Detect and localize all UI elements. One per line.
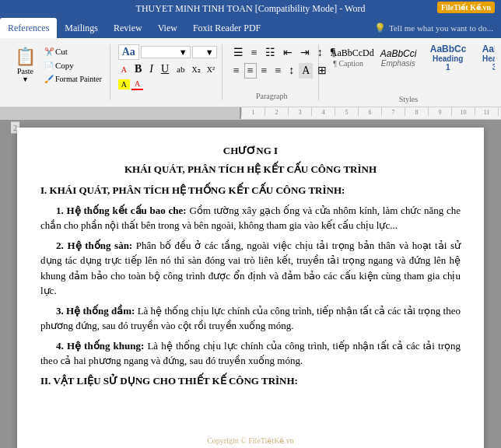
paragraph-controls: ☰ ≡ ☷ ⇤ ⇥ ↕ ¶ ≡ ≡ ≡ ≡ ↕ A ⊞ xyxy=(230,44,314,79)
font-size-dropdown[interactable]: ▼ xyxy=(205,47,214,57)
paste-dropdown-icon[interactable]: ▼ xyxy=(22,75,29,83)
paste-icon: 📋 xyxy=(15,47,36,67)
format-painter-label: Format Painter xyxy=(55,75,102,83)
paragraph-3: 3. Hệ thống dầm: Là hệ thống chịu lực ch… xyxy=(40,303,461,334)
menu-foxit[interactable]: Foxit Reader PDF xyxy=(185,18,268,38)
format-painter-button[interactable]: 🖌️ Format Painter xyxy=(41,73,105,85)
style-emphasis-label: Emphasis xyxy=(380,59,416,68)
chapter-label: CHƯƠNG I xyxy=(40,143,461,159)
bullets-button[interactable]: ☰ xyxy=(230,44,247,61)
paragraph-1-term: 1. Hệ thống kết cấu bao che: xyxy=(56,205,187,216)
font-row1: Aa ▼ ▼ xyxy=(118,44,217,60)
ruler-mark-12: 12 xyxy=(498,107,501,116)
bold-button[interactable]: B xyxy=(131,61,145,77)
ruler-mark-10: 10 xyxy=(451,107,475,116)
clipboard-row: 📋 Paste ▼ ✂️ Cut 📄 Copy 🖌️ Format Painte… xyxy=(11,44,105,86)
subscript-button[interactable]: X₂ xyxy=(189,65,202,75)
strikethrough-button[interactable]: ab xyxy=(173,63,187,75)
cut-button[interactable]: ✂️ Cut xyxy=(41,45,105,58)
font-family-select[interactable]: ▼ xyxy=(141,46,191,58)
justify-button[interactable]: ≡ xyxy=(272,63,284,79)
ruler: 1 2 3 4 5 6 7 8 9 10 11 12 13 14 15 16 1… xyxy=(0,107,501,120)
paste-button[interactable]: 📋 Paste ▼ xyxy=(11,44,40,86)
paragraph-1: 1. Hệ thống kết cấu bao che: Gồm tường x… xyxy=(40,203,461,233)
style-caption-label: ¶ Caption xyxy=(331,59,366,68)
section2-heading: II. VẬT LIỆU SỬ DỤNG CHO THIẾT KẾ CÔNG T… xyxy=(40,373,461,389)
styles-group-label: Styles xyxy=(325,95,492,103)
numbering-button[interactable]: ≡ xyxy=(248,45,261,61)
paragraph-group: ☰ ≡ ☷ ⇤ ⇥ ↕ ¶ ≡ ≡ ≡ ≡ ↕ A ⊞ Paragraph xyxy=(226,44,319,100)
tell-me-box[interactable]: Tell me what you want to do... xyxy=(366,18,501,38)
multilevel-button[interactable]: ☷ xyxy=(262,44,279,61)
format-painter-icon: 🖌️ xyxy=(44,75,54,83)
copy-label: Copy xyxy=(55,61,74,70)
font-color-highlight[interactable]: A xyxy=(118,64,130,75)
style-heading3[interactable]: AaBbC Heading 3... xyxy=(475,41,495,74)
underline-button[interactable]: U xyxy=(158,61,172,77)
text-highlight-button[interactable]: A xyxy=(118,79,130,89)
document-page[interactable]: CHƯƠNG I KHÁI QUÁT, PHÂN TÍCH HỆ KẾT CẤU… xyxy=(17,128,484,448)
italic-button[interactable]: I xyxy=(146,61,156,77)
font-color-button[interactable]: A xyxy=(131,79,143,90)
style-heading1-label: Heading 1 xyxy=(430,54,466,72)
ruler-mark-1: 1 xyxy=(241,107,265,116)
ruler-marks: 1 2 3 4 5 6 7 8 9 10 11 12 13 14 15 16 1… xyxy=(241,107,501,116)
ruler-mark-6: 6 xyxy=(358,107,381,116)
menu-view[interactable]: View xyxy=(150,18,185,38)
menu-review[interactable]: Review xyxy=(106,18,150,38)
menu-bar: References Mailings Review View Foxit Re… xyxy=(0,18,501,38)
align-left-button[interactable]: ≡ xyxy=(230,63,243,79)
style-heading3-label: Heading 3... xyxy=(480,54,495,72)
para-row1: ☰ ≡ ☷ ⇤ ⇥ ↕ ¶ xyxy=(230,44,314,61)
paragraph-group-label: Paragraph xyxy=(256,92,288,100)
style-heading3-preview: AaBbC xyxy=(480,44,495,54)
cut-label: Cut xyxy=(55,47,68,56)
ruler-mark-3: 3 xyxy=(288,107,311,116)
ruler-mark-9: 9 xyxy=(428,107,451,116)
style-emphasis[interactable]: AaBbCci Emphasis xyxy=(375,46,422,70)
copy-icon: 📄 xyxy=(44,61,54,70)
section1-heading: I. KHÁI QUÁT, PHÂN TÍCH HỆ THỐNG KẾT CẤU… xyxy=(40,183,461,198)
menu-references[interactable]: References xyxy=(0,18,57,38)
logo-badge: FileTiết Kế.vn xyxy=(437,2,495,13)
paragraph-4-term: 4. Hệ thống khung: xyxy=(56,340,144,352)
paste-label: Paste xyxy=(17,67,33,75)
paragraph-4: 4. Hệ thống khung: Là hệ thống chịu lực … xyxy=(40,338,461,369)
font-controls: Aa ▼ ▼ A B I U ab X₂ X² A xyxy=(118,44,217,90)
paragraph-2-term: 2. Hệ thống sàn: xyxy=(56,240,132,251)
font-family-dropdown[interactable]: ▼ xyxy=(179,47,187,57)
clipboard-group: 📋 Paste ▼ ✂️ Cut 📄 Copy 🖌️ Format Painte… xyxy=(6,44,110,100)
para-row2: ≡ ≡ ≡ ≡ ↕ A ⊞ xyxy=(230,62,314,79)
align-center-button[interactable]: ≡ xyxy=(244,63,257,79)
menu-mailings[interactable]: Mailings xyxy=(57,18,106,38)
document-area[interactable]: 2 CHƯƠNG I KHÁI QUÁT, PHÂN TÍCH HỆ KẾT C… xyxy=(0,120,501,448)
ribbon: 📋 Paste ▼ ✂️ Cut 📄 Copy 🖌️ Format Painte… xyxy=(0,38,501,107)
increase-indent-button[interactable]: ⇥ xyxy=(297,44,313,61)
cut-icon: ✂️ xyxy=(44,47,54,56)
font-group: Aa ▼ ▼ A B I U ab X₂ X² A xyxy=(114,44,222,100)
shading-button[interactable]: A xyxy=(299,63,313,79)
ruler-mark-5: 5 xyxy=(335,107,358,116)
styles-group: AaBbCcDd ¶ Caption AaBbCci Emphasis AaBb… xyxy=(322,41,495,103)
paragraph-2: 2. Hệ thống sàn: Phân bố đều ở các tầng,… xyxy=(40,238,461,299)
superscript-button[interactable]: X² xyxy=(205,65,217,75)
decrease-indent-button[interactable]: ⇤ xyxy=(280,44,296,61)
clipboard-actions: ✂️ Cut 📄 Copy 🖌️ Format Painter xyxy=(41,45,105,85)
ruler-mark-2: 2 xyxy=(265,107,288,116)
styles-row: AaBbCcDd ¶ Caption AaBbCci Emphasis AaBb… xyxy=(325,41,492,74)
font-a-large[interactable]: Aa xyxy=(118,44,139,60)
style-caption[interactable]: AaBbCcDd ¶ Caption xyxy=(325,45,372,70)
copy-button[interactable]: 📄 Copy xyxy=(41,59,105,72)
ruler-mark-4: 4 xyxy=(311,107,335,116)
line-spacing-button[interactable]: ↕ xyxy=(286,63,297,79)
ruler-left-margin xyxy=(0,107,241,119)
paragraph-3-term: 3. Hệ thống dầm: xyxy=(56,305,135,317)
style-caption-preview: AaBbCcDd xyxy=(331,47,366,59)
style-heading1[interactable]: AaBbCc Heading 1 xyxy=(425,41,471,74)
window-title: THUYET MINH TINH TOAN [Compatibility Mod… xyxy=(136,3,366,14)
font-size-select[interactable]: ▼ xyxy=(192,46,217,58)
ruler-mark-8: 8 xyxy=(405,107,428,116)
lightbulb-icon xyxy=(374,23,389,34)
align-right-button[interactable]: ≡ xyxy=(258,63,271,79)
font-row2: A B I U ab X₂ X² xyxy=(118,61,217,77)
